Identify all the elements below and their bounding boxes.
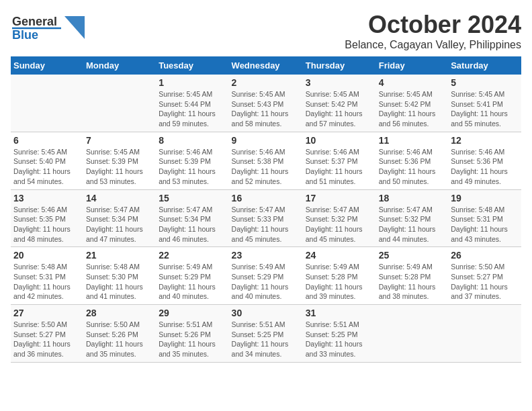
calendar-table: Sunday Monday Tuesday Wednesday Thursday… [11,56,521,363]
day-number: 6 [13,135,81,146]
day-number: 4 [379,77,445,88]
calendar-week-row: 1Sunrise: 5:45 AM Sunset: 5:44 PM Daylig… [11,75,521,132]
calendar-cell: 9Sunrise: 5:46 AM Sunset: 5:38 PM Daylig… [229,132,303,189]
day-number: 15 [159,193,226,203]
day-number: 8 [159,135,226,146]
calendar-cell: 31Sunrise: 5:51 AM Sunset: 5:25 PM Dayli… [303,305,376,363]
day-info: Sunrise: 5:45 AM Sunset: 5:42 PM Dayligh… [306,89,373,129]
day-number: 10 [306,135,373,146]
day-info: Sunrise: 5:46 AM Sunset: 5:36 PM Dayligh… [451,147,519,187]
calendar-week-row: 6Sunrise: 5:45 AM Sunset: 5:40 PM Daylig… [11,132,521,189]
day-number: 3 [306,77,373,88]
day-info: Sunrise: 5:48 AM Sunset: 5:31 PM Dayligh… [451,205,519,244]
calendar-cell: 10Sunrise: 5:46 AM Sunset: 5:37 PM Dayli… [303,132,376,189]
calendar-cell: 5Sunrise: 5:45 AM Sunset: 5:41 PM Daylig… [448,75,521,132]
calendar-cell: 17Sunrise: 5:47 AM Sunset: 5:32 PM Dayli… [303,189,376,247]
day-number: 22 [159,250,226,261]
calendar-cell: 25Sunrise: 5:49 AM Sunset: 5:28 PM Dayli… [376,247,448,305]
day-info: Sunrise: 5:45 AM Sunset: 5:40 PM Dayligh… [13,147,81,187]
day-info: Sunrise: 5:46 AM Sunset: 5:37 PM Dayligh… [306,147,373,187]
day-number: 30 [232,308,300,318]
day-info: Sunrise: 5:45 AM Sunset: 5:43 PM Dayligh… [232,89,300,129]
day-number: 31 [306,308,373,318]
calendar-cell: 7Sunrise: 5:45 AM Sunset: 5:39 PM Daylig… [83,132,156,189]
calendar-cell: 16Sunrise: 5:47 AM Sunset: 5:33 PM Dayli… [229,189,303,247]
calendar-cell: 21Sunrise: 5:48 AM Sunset: 5:30 PM Dayli… [83,247,156,305]
svg-marker-2 [64,16,85,39]
day-info: Sunrise: 5:46 AM Sunset: 5:35 PM Dayligh… [13,205,81,244]
calendar-cell: 22Sunrise: 5:49 AM Sunset: 5:29 PM Dayli… [156,247,228,305]
calendar-cell: 20Sunrise: 5:48 AM Sunset: 5:31 PM Dayli… [11,247,83,305]
day-info: Sunrise: 5:50 AM Sunset: 5:27 PM Dayligh… [13,320,81,359]
day-info: Sunrise: 5:51 AM Sunset: 5:25 PM Dayligh… [306,320,373,359]
calendar-cell: 26Sunrise: 5:50 AM Sunset: 5:27 PM Dayli… [448,247,521,305]
calendar-cell: 4Sunrise: 5:45 AM Sunset: 5:42 PM Daylig… [376,75,448,132]
header-monday: Monday [83,56,156,75]
day-number: 24 [306,250,373,261]
day-info: Sunrise: 5:47 AM Sunset: 5:32 PM Dayligh… [379,205,445,244]
day-info: Sunrise: 5:51 AM Sunset: 5:26 PM Dayligh… [159,320,226,359]
calendar-cell [448,305,521,363]
day-number: 18 [379,193,445,203]
day-info: Sunrise: 5:49 AM Sunset: 5:28 PM Dayligh… [306,262,373,302]
day-number: 19 [451,193,519,203]
day-number: 9 [232,135,300,146]
day-info: Sunrise: 5:50 AM Sunset: 5:27 PM Dayligh… [451,262,519,302]
header-sunday: Sunday [11,56,83,75]
day-info: Sunrise: 5:47 AM Sunset: 5:33 PM Dayligh… [232,205,300,244]
calendar-cell: 11Sunrise: 5:46 AM Sunset: 5:36 PM Dayli… [376,132,448,189]
day-number: 23 [232,250,300,261]
day-info: Sunrise: 5:49 AM Sunset: 5:29 PM Dayligh… [159,262,226,302]
calendar-cell: 13Sunrise: 5:46 AM Sunset: 5:35 PM Dayli… [11,189,83,247]
calendar-cell: 3Sunrise: 5:45 AM Sunset: 5:42 PM Daylig… [303,75,376,132]
day-number: 11 [379,135,445,146]
day-number: 5 [451,77,519,88]
calendar-cell: 30Sunrise: 5:51 AM Sunset: 5:25 PM Dayli… [229,305,303,363]
day-info: Sunrise: 5:46 AM Sunset: 5:36 PM Dayligh… [379,147,445,187]
calendar-cell: 27Sunrise: 5:50 AM Sunset: 5:27 PM Dayli… [11,305,83,363]
calendar-cell: 12Sunrise: 5:46 AM Sunset: 5:36 PM Dayli… [448,132,521,189]
calendar-week-row: 27Sunrise: 5:50 AM Sunset: 5:27 PM Dayli… [11,305,521,363]
day-number: 21 [86,250,153,261]
day-number: 20 [13,250,81,261]
day-number: 7 [86,135,153,146]
calendar-cell: 29Sunrise: 5:51 AM Sunset: 5:26 PM Dayli… [156,305,228,363]
day-number: 28 [86,308,153,318]
day-number: 27 [13,308,81,318]
day-number: 25 [379,250,445,261]
logo: General Blue [11,11,85,43]
header-wednesday: Wednesday [229,56,303,75]
day-info: Sunrise: 5:48 AM Sunset: 5:31 PM Dayligh… [13,262,81,302]
day-info: Sunrise: 5:45 AM Sunset: 5:41 PM Dayligh… [451,89,519,129]
logo-svg: General Blue [11,11,85,43]
calendar-cell: 6Sunrise: 5:45 AM Sunset: 5:40 PM Daylig… [11,132,83,189]
calendar-cell: 19Sunrise: 5:48 AM Sunset: 5:31 PM Dayli… [448,189,521,247]
day-number: 1 [159,77,226,88]
day-info: Sunrise: 5:45 AM Sunset: 5:44 PM Dayligh… [159,89,226,129]
day-info: Sunrise: 5:48 AM Sunset: 5:30 PM Dayligh… [86,262,153,302]
day-info: Sunrise: 5:50 AM Sunset: 5:26 PM Dayligh… [86,320,153,359]
day-number: 12 [451,135,519,146]
page-subtitle: Belance, Cagayan Valley, Philippines [345,39,521,51]
day-number: 29 [159,308,226,318]
calendar-cell: 2Sunrise: 5:45 AM Sunset: 5:43 PM Daylig… [229,75,303,132]
day-info: Sunrise: 5:49 AM Sunset: 5:28 PM Dayligh… [379,262,445,302]
page-title: October 2024 [345,11,521,39]
calendar-cell [376,305,448,363]
day-info: Sunrise: 5:45 AM Sunset: 5:39 PM Dayligh… [86,147,153,187]
day-info: Sunrise: 5:46 AM Sunset: 5:38 PM Dayligh… [232,147,300,187]
calendar-header-row: Sunday Monday Tuesday Wednesday Thursday… [11,56,521,75]
header-saturday: Saturday [448,56,521,75]
svg-text:Blue: Blue [12,28,38,42]
calendar-cell: 1Sunrise: 5:45 AM Sunset: 5:44 PM Daylig… [156,75,228,132]
day-number: 2 [232,77,300,88]
title-block: October 2024 Belance, Cagayan Valley, Ph… [345,11,521,51]
calendar-week-row: 13Sunrise: 5:46 AM Sunset: 5:35 PM Dayli… [11,189,521,247]
day-number: 17 [306,193,373,203]
calendar-cell: 8Sunrise: 5:46 AM Sunset: 5:39 PM Daylig… [156,132,228,189]
calendar-cell: 14Sunrise: 5:47 AM Sunset: 5:34 PM Dayli… [83,189,156,247]
header-thursday: Thursday [303,56,376,75]
day-number: 26 [451,250,519,261]
day-info: Sunrise: 5:47 AM Sunset: 5:34 PM Dayligh… [159,205,226,244]
calendar-cell: 28Sunrise: 5:50 AM Sunset: 5:26 PM Dayli… [83,305,156,363]
